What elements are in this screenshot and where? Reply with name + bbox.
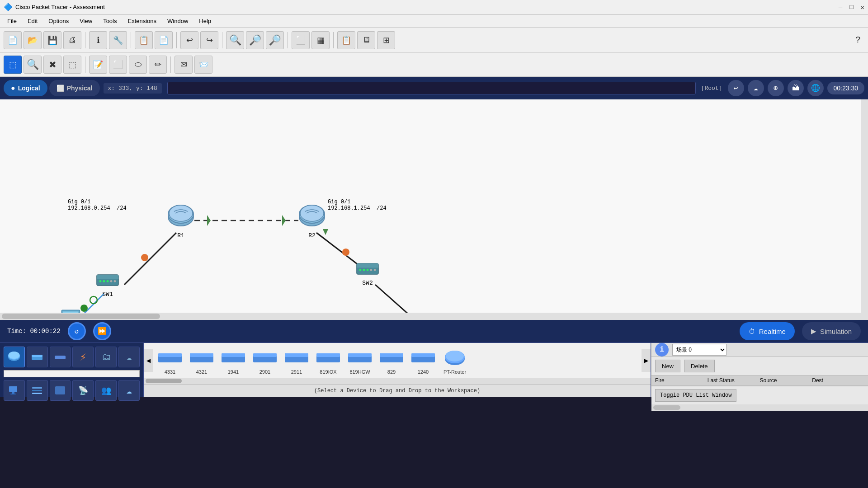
router-r2-node[interactable]: R2 Gig 0/1 192.168.1.254 /24 xyxy=(298,203,326,239)
menu-help[interactable]: Help xyxy=(193,16,217,26)
toggle-pdu-list-button[interactable]: Toggle PDU List Window xyxy=(655,389,736,402)
router-r1-node[interactable]: R1 Gig 0/1 192.168.0.254 /24 xyxy=(167,203,194,239)
router-r1-label: R1 xyxy=(177,232,184,239)
move-button[interactable]: 🔍 xyxy=(24,56,42,74)
realtime-icon: ⏱ xyxy=(749,328,755,335)
logical-mode-button[interactable]: ● Logical xyxy=(4,80,47,96)
minimize-btn[interactable]: ─ xyxy=(839,3,842,11)
back-nav-button[interactable]: ↩ xyxy=(728,80,744,96)
fast-forward-button[interactable]: ⏩ xyxy=(93,322,111,340)
menu-edit[interactable]: Edit xyxy=(22,16,43,26)
device-4331[interactable]: 4331 xyxy=(155,345,185,376)
svg-point-21 xyxy=(99,280,102,282)
svg-marker-2 xyxy=(282,215,286,226)
save-button[interactable]: 💾 xyxy=(43,31,61,49)
open-button[interactable]: 📂 xyxy=(24,31,42,49)
device-pt-router[interactable]: PT-Router xyxy=(439,345,470,376)
time-label: Time: 00:00:22 xyxy=(7,328,61,335)
scenario-select[interactable]: 场景 0 xyxy=(672,344,726,356)
delete-button[interactable]: ✖ xyxy=(43,56,61,74)
device-horizontal-scrollbar[interactable] xyxy=(144,378,651,384)
switch-sw2-node[interactable]: SW2 xyxy=(355,260,380,286)
zoom-out-button[interactable]: 🔍 xyxy=(266,31,284,49)
realtime-mode-button[interactable]: ⏱ Realtime xyxy=(740,322,795,340)
pdu-info-icon[interactable]: i xyxy=(655,343,669,357)
cat-routers[interactable] xyxy=(4,347,25,367)
device-819iox[interactable]: 819IOX xyxy=(313,345,344,376)
palette-button[interactable]: 📋 xyxy=(337,31,355,49)
network-canvas[interactable]: R1 Gig 0/1 192.168.0.254 /24 R2 Gig 0/1 … xyxy=(0,99,868,320)
undo-button[interactable]: ↩ xyxy=(180,31,198,49)
cat-end-devices[interactable] xyxy=(4,380,25,401)
cat-misc[interactable] xyxy=(50,380,71,401)
vertical-scrollbar[interactable] xyxy=(861,99,868,320)
copy-activity-button[interactable]: 📋 xyxy=(135,31,153,49)
menu-view[interactable]: View xyxy=(74,16,98,26)
svg-marker-1 xyxy=(207,215,211,226)
device-search-input[interactable] xyxy=(4,370,140,377)
cat-multiuser[interactable]: 👥 xyxy=(95,380,117,401)
pencil-button[interactable]: ✏ xyxy=(149,56,167,74)
close-btn[interactable]: ✕ xyxy=(861,3,864,11)
note-button[interactable]: 📝 xyxy=(89,56,107,74)
svg-rect-67 xyxy=(348,353,372,357)
help-button[interactable]: ? xyxy=(852,31,864,49)
cat-cloud[interactable]: ☁ xyxy=(118,380,140,401)
paste-button[interactable]: 📄 xyxy=(155,31,173,49)
inspect-button[interactable]: ⬚ xyxy=(63,56,81,74)
device-2911[interactable]: 2911 xyxy=(281,345,312,376)
new-button[interactable]: 📄 xyxy=(4,31,22,49)
screen-map-button[interactable]: 🖥 xyxy=(357,31,375,49)
print-button[interactable]: 🖨 xyxy=(63,31,81,49)
menu-file[interactable]: File xyxy=(2,16,22,26)
pdu-new-button[interactable]: New xyxy=(655,360,680,372)
email-button[interactable]: ✉ xyxy=(175,56,193,74)
cat-wireless[interactable]: ⚡ xyxy=(72,347,94,367)
zoom-reset-button[interactable]: 🔎 xyxy=(246,31,264,49)
physical-mode-button[interactable]: ⬜ Physical xyxy=(49,80,100,96)
scroll-right-button[interactable]: ▶ xyxy=(642,349,651,372)
cluster-button[interactable]: ⊞ xyxy=(377,31,395,49)
cat-wan[interactable]: ☁ xyxy=(118,347,140,367)
menu-window[interactable]: Window xyxy=(162,16,193,26)
device-4321[interactable]: 4321 xyxy=(186,345,217,376)
switch-sw1-node[interactable]: SW1 xyxy=(95,271,120,298)
device-829[interactable]: 829 xyxy=(376,345,407,376)
wizard-button[interactable]: 🔧 xyxy=(109,31,127,49)
menu-tools[interactable]: Tools xyxy=(98,16,122,26)
device-819hgw[interactable]: 819HGW xyxy=(344,345,375,376)
cat-connections[interactable] xyxy=(27,380,48,401)
info-button[interactable]: ℹ xyxy=(89,31,107,49)
device-2901[interactable]: 2901 xyxy=(250,345,280,376)
menu-extensions[interactable]: Extensions xyxy=(122,16,162,26)
cloud-nav-button[interactable]: ☁ xyxy=(748,80,764,96)
reset-button[interactable]: ↺ xyxy=(68,322,86,340)
device-1240[interactable]: 1240 xyxy=(408,345,439,376)
ellipse-button[interactable]: ⬭ xyxy=(129,56,147,74)
zoom-in-button[interactable]: 🔍 xyxy=(226,31,244,49)
device-1941[interactable]: 1941 xyxy=(218,345,249,376)
custom-view-button[interactable]: ▦ xyxy=(311,31,330,49)
menu-options[interactable]: Options xyxy=(43,16,74,26)
redo-button[interactable]: ↪ xyxy=(200,31,218,49)
simulation-mode-button[interactable]: ▶ Simulation xyxy=(802,322,861,340)
image-nav-button[interactable]: 🏔 xyxy=(788,80,804,96)
physical-icon: ⬜ xyxy=(57,84,64,92)
pdu-table-header: Fire Last Status Source Dest xyxy=(651,375,868,386)
globe-nav-button[interactable]: 🌐 xyxy=(807,80,824,96)
select-button[interactable]: ⬚ xyxy=(4,56,22,74)
cat-security[interactable]: 🗂 xyxy=(95,347,117,367)
horizontal-scrollbar[interactable] xyxy=(0,313,861,320)
menubar: File Edit Options View Tools Extensions … xyxy=(0,14,868,28)
pdu-delete-button[interactable]: Delete xyxy=(684,360,715,372)
scroll-left-button[interactable]: ◀ xyxy=(144,349,153,372)
maximize-btn[interactable]: □ xyxy=(849,3,853,11)
rectangle-button[interactable]: ⬜ xyxy=(109,56,127,74)
move-nav-button[interactable]: ⊕ xyxy=(768,80,784,96)
cat-switches[interactable] xyxy=(27,347,48,367)
pdu-scrollbar[interactable] xyxy=(651,404,868,411)
cat-hubs[interactable] xyxy=(50,347,71,367)
email-open-button[interactable]: 📨 xyxy=(194,56,212,74)
cat-wireless2[interactable]: 📡 xyxy=(72,380,94,401)
fit-window-button[interactable]: ⬜ xyxy=(292,31,310,49)
